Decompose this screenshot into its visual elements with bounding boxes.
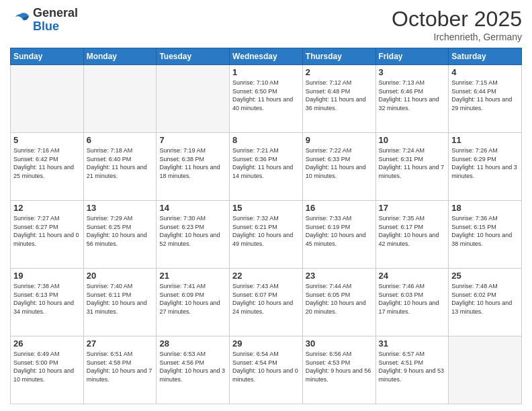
calendar-cell: 25Sunrise: 7:48 AM Sunset: 6:02 PM Dayli… [449, 269, 522, 336]
day-number: 29 [232, 338, 300, 349]
calendar-cell: 29Sunrise: 6:54 AM Sunset: 4:54 PM Dayli… [230, 336, 303, 404]
day-number: 16 [306, 203, 373, 213]
header: General Blue October 2025 Irchenrieth, G… [10, 7, 522, 42]
day-number: 2 [306, 67, 373, 77]
calendar-cell [83, 65, 157, 133]
day-number: 19 [13, 271, 81, 281]
calendar-cell: 2Sunrise: 7:12 AM Sunset: 6:48 PM Daylig… [302, 65, 375, 133]
day-number: 13 [87, 203, 154, 213]
day-info: Sunrise: 7:48 AM Sunset: 6:02 PM Dayligh… [451, 282, 519, 316]
calendar-cell: 4Sunrise: 7:15 AM Sunset: 6:44 PM Daylig… [449, 65, 522, 133]
calendar-cell: 14Sunrise: 7:30 AM Sunset: 6:23 PM Dayli… [157, 201, 230, 269]
day-number: 11 [451, 135, 519, 145]
weekday-header-tuesday: Tuesday [157, 48, 230, 65]
day-number: 6 [87, 135, 154, 145]
calendar-cell: 5Sunrise: 7:16 AM Sunset: 6:42 PM Daylig… [11, 133, 84, 201]
weekday-header-saturday: Saturday [449, 48, 522, 65]
calendar-cell: 12Sunrise: 7:27 AM Sunset: 6:27 PM Dayli… [11, 201, 84, 269]
week-row-3: 12Sunrise: 7:27 AM Sunset: 6:27 PM Dayli… [11, 201, 522, 269]
calendar-cell: 30Sunrise: 6:56 AM Sunset: 4:53 PM Dayli… [302, 336, 375, 404]
day-number: 24 [379, 271, 446, 281]
day-info: Sunrise: 7:26 AM Sunset: 6:29 PM Dayligh… [451, 146, 519, 180]
calendar-cell [449, 336, 522, 404]
day-info: Sunrise: 6:56 AM Sunset: 4:53 PM Dayligh… [306, 350, 373, 383]
day-number: 10 [379, 135, 446, 145]
day-info: Sunrise: 7:19 AM Sunset: 6:38 PM Dayligh… [159, 146, 226, 180]
calendar-cell: 9Sunrise: 7:22 AM Sunset: 6:33 PM Daylig… [302, 133, 375, 201]
page: General Blue October 2025 Irchenrieth, G… [0, 0, 532, 411]
title-block: October 2025 Irchenrieth, Germany [392, 7, 522, 42]
day-info: Sunrise: 6:49 AM Sunset: 5:00 PM Dayligh… [13, 350, 81, 383]
location: Irchenrieth, Germany [392, 32, 522, 42]
day-number: 14 [159, 203, 226, 213]
day-number: 25 [451, 271, 519, 281]
day-number: 21 [159, 271, 226, 281]
day-number: 1 [232, 67, 300, 77]
calendar-cell: 18Sunrise: 7:36 AM Sunset: 6:15 PM Dayli… [449, 201, 522, 269]
day-info: Sunrise: 7:30 AM Sunset: 6:23 PM Dayligh… [159, 214, 226, 248]
day-number: 5 [13, 135, 81, 145]
calendar-cell: 19Sunrise: 7:38 AM Sunset: 6:13 PM Dayli… [11, 269, 84, 336]
calendar-cell: 16Sunrise: 7:33 AM Sunset: 6:19 PM Dayli… [302, 201, 375, 269]
day-number: 17 [379, 203, 446, 213]
day-number: 8 [232, 135, 300, 145]
calendar-cell [11, 65, 84, 133]
day-number: 30 [306, 338, 373, 349]
day-info: Sunrise: 6:57 AM Sunset: 4:51 PM Dayligh… [379, 350, 446, 383]
day-number: 9 [306, 135, 373, 145]
calendar-cell: 26Sunrise: 6:49 AM Sunset: 5:00 PM Dayli… [11, 336, 84, 404]
day-info: Sunrise: 7:18 AM Sunset: 6:40 PM Dayligh… [87, 146, 154, 180]
logo-blue: Blue [33, 19, 59, 33]
day-number: 12 [13, 203, 81, 213]
week-row-4: 19Sunrise: 7:38 AM Sunset: 6:13 PM Dayli… [11, 269, 522, 336]
day-info: Sunrise: 7:12 AM Sunset: 6:48 PM Dayligh… [306, 79, 373, 112]
weekday-header-wednesday: Wednesday [230, 48, 303, 65]
day-info: Sunrise: 7:38 AM Sunset: 6:13 PM Dayligh… [13, 282, 81, 316]
day-number: 23 [306, 271, 373, 281]
calendar-cell: 31Sunrise: 6:57 AM Sunset: 4:51 PM Dayli… [375, 336, 449, 404]
calendar-cell: 11Sunrise: 7:26 AM Sunset: 6:29 PM Dayli… [449, 133, 522, 201]
weekday-header-friday: Friday [375, 48, 449, 65]
day-info: Sunrise: 7:13 AM Sunset: 6:46 PM Dayligh… [379, 79, 446, 112]
weekday-header-row: SundayMondayTuesdayWednesdayThursdayFrid… [11, 48, 522, 65]
day-info: Sunrise: 7:36 AM Sunset: 6:15 PM Dayligh… [451, 214, 519, 248]
day-info: Sunrise: 7:44 AM Sunset: 6:05 PM Dayligh… [306, 282, 373, 316]
day-number: 20 [87, 271, 154, 281]
calendar-cell: 1Sunrise: 7:10 AM Sunset: 6:50 PM Daylig… [230, 65, 303, 133]
calendar-cell: 15Sunrise: 7:32 AM Sunset: 6:21 PM Dayli… [230, 201, 303, 269]
calendar-cell [157, 65, 230, 133]
calendar-cell: 28Sunrise: 6:53 AM Sunset: 4:56 PM Dayli… [157, 336, 230, 404]
calendar-cell: 6Sunrise: 7:18 AM Sunset: 6:40 PM Daylig… [83, 133, 157, 201]
month-title: October 2025 [392, 7, 522, 32]
day-info: Sunrise: 7:22 AM Sunset: 6:33 PM Dayligh… [306, 146, 373, 180]
calendar-cell: 24Sunrise: 7:46 AM Sunset: 6:03 PM Dayli… [375, 269, 449, 336]
logo: General Blue [10, 7, 78, 34]
day-info: Sunrise: 7:46 AM Sunset: 6:03 PM Dayligh… [379, 282, 446, 316]
calendar-cell: 3Sunrise: 7:13 AM Sunset: 6:46 PM Daylig… [375, 65, 449, 133]
day-number: 27 [87, 338, 154, 349]
day-info: Sunrise: 7:41 AM Sunset: 6:09 PM Dayligh… [159, 282, 226, 316]
day-info: Sunrise: 7:32 AM Sunset: 6:21 PM Dayligh… [232, 214, 300, 248]
day-number: 26 [13, 338, 81, 349]
weekday-header-sunday: Sunday [11, 48, 84, 65]
day-info: Sunrise: 7:15 AM Sunset: 6:44 PM Dayligh… [451, 79, 519, 112]
day-number: 15 [232, 203, 300, 213]
day-number: 22 [232, 271, 300, 281]
calendar-cell: 27Sunrise: 6:51 AM Sunset: 4:58 PM Dayli… [83, 336, 157, 404]
day-info: Sunrise: 7:27 AM Sunset: 6:27 PM Dayligh… [13, 214, 81, 248]
logo-text: General Blue [33, 7, 78, 34]
calendar-cell: 7Sunrise: 7:19 AM Sunset: 6:38 PM Daylig… [157, 133, 230, 201]
day-info: Sunrise: 7:33 AM Sunset: 6:19 PM Dayligh… [306, 214, 373, 248]
day-info: Sunrise: 7:10 AM Sunset: 6:50 PM Dayligh… [232, 79, 300, 112]
calendar-cell: 21Sunrise: 7:41 AM Sunset: 6:09 PM Dayli… [157, 269, 230, 336]
day-info: Sunrise: 6:51 AM Sunset: 4:58 PM Dayligh… [87, 350, 154, 383]
day-number: 7 [159, 135, 226, 145]
day-number: 4 [451, 67, 519, 77]
week-row-2: 5Sunrise: 7:16 AM Sunset: 6:42 PM Daylig… [11, 133, 522, 201]
day-number: 3 [379, 67, 446, 77]
day-info: Sunrise: 6:54 AM Sunset: 4:54 PM Dayligh… [232, 350, 300, 383]
day-info: Sunrise: 7:16 AM Sunset: 6:42 PM Dayligh… [13, 146, 81, 180]
day-info: Sunrise: 7:35 AM Sunset: 6:17 PM Dayligh… [379, 214, 446, 248]
day-info: Sunrise: 6:53 AM Sunset: 4:56 PM Dayligh… [159, 350, 226, 383]
calendar-cell: 8Sunrise: 7:21 AM Sunset: 6:36 PM Daylig… [230, 133, 303, 201]
